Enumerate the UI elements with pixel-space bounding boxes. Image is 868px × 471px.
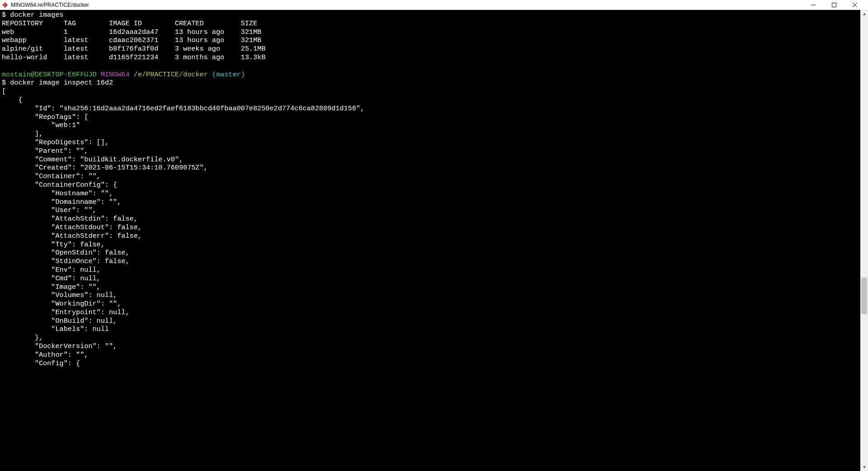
terminal[interactable]: $ docker images REPOSITORYTAGIMAGE IDCRE… [0, 10, 860, 471]
output-line: "Entrypoint": null, [2, 308, 130, 316]
output-line: "Author": "", [2, 351, 88, 359]
output-line: "Parent": "", [2, 147, 88, 155]
svg-marker-9 [863, 13, 865, 15]
output-line: "AttachStderr": false, [2, 232, 142, 240]
svg-point-4 [6, 4, 7, 5]
output-line: "Cmd": null, [2, 274, 101, 283]
prompt-user-host: mostain@DESKTOP-E6FFUJO [2, 71, 97, 79]
output-line: "Config": { [2, 359, 80, 367]
window-title: MINGW64:/e/PRACTICE/docker [11, 2, 89, 8]
git-bash-icon [2, 2, 8, 8]
close-button[interactable] [844, 0, 865, 10]
output-line: "AttachStdout": false, [2, 223, 142, 231]
output-line: "Image": "", [2, 283, 101, 291]
minimize-button[interactable] [803, 0, 824, 10]
output-line: "Hostname": "", [2, 189, 113, 198]
output-line: "web:1" [2, 121, 80, 129]
prompt-branch: (master) [212, 71, 245, 79]
scroll-up-icon[interactable] [860, 10, 868, 18]
table-row: alpine/gitlatestb8f176fa3f0d3 weeks ago2… [2, 45, 265, 53]
prompt-shell: MINGW64 [101, 71, 130, 79]
output-line: "AttachStdin": false, [2, 215, 138, 223]
output-line: "Env": null, [2, 266, 101, 274]
output-line: "Volumes": null, [2, 291, 117, 299]
output-line: "RepoTags": [ [2, 113, 88, 121]
cmd-line: $ docker image inspect 16d2 [2, 79, 113, 87]
output-line: "Tty": false, [2, 240, 105, 249]
svg-point-3 [3, 5, 4, 6]
output-line: "User": "", [2, 206, 97, 214]
table-row: web116d2aaa2da4713 hours ago321MB [2, 28, 261, 36]
svg-marker-10 [863, 466, 865, 468]
maximize-button[interactable] [824, 0, 844, 10]
table-row: webapplatestcdaac206237113 hours ago321M… [2, 36, 261, 44]
scroll-thumb[interactable] [861, 278, 867, 315]
output-line: "WorkingDir": "", [2, 300, 121, 308]
output-line: "Labels": null [2, 325, 109, 333]
output-line: "OnBuild": null, [2, 317, 117, 325]
table-header: REPOSITORYTAGIMAGE IDCREATEDSIZE [2, 19, 257, 28]
svg-marker-2 [5, 2, 8, 7]
terminal-area: $ docker images REPOSITORYTAGIMAGE IDCRE… [0, 10, 868, 471]
output-line: "Created": "2021-06-15T15:34:10.7609075Z… [2, 164, 208, 172]
vertical-scrollbar[interactable] [860, 10, 868, 471]
output-line: "OpenStdin": false, [2, 249, 130, 257]
scroll-down-icon[interactable] [860, 463, 868, 471]
output-line: }, [2, 334, 43, 342]
output-line: [ [2, 87, 6, 95]
output-line: "StdinOnce": false, [2, 257, 130, 265]
titlebar-left: MINGW64:/e/PRACTICE/docker [2, 2, 89, 8]
output-line: "Domainname": "", [2, 198, 121, 206]
output-line: ], [2, 130, 43, 138]
output-line: { [2, 96, 23, 104]
output-line: "ContainerConfig": { [2, 181, 117, 189]
window-controls [803, 0, 865, 10]
prompt-cwd: /e/PRACTICE/docker [134, 71, 208, 79]
output-line: "Container": "", [2, 172, 101, 180]
window-titlebar: MINGW64:/e/PRACTICE/docker [0, 0, 868, 10]
prompt-line: mostain@DESKTOP-E6FFUJO MINGW64 /e/PRACT… [2, 71, 245, 79]
output-line: "Id": "sha256:16d2aaa2da4716ed2faef6183b… [2, 104, 364, 113]
output-line: "RepoDigests": [], [2, 138, 109, 146]
output-line: "DockerVersion": "", [2, 342, 117, 350]
cmd-line: $ docker images [2, 11, 64, 19]
table-row: hello-worldlatestd1165f2212343 months ag… [2, 53, 265, 61]
svg-rect-6 [832, 3, 836, 7]
output-line: "Comment": "buildkit.dockerfile.v0", [2, 155, 183, 164]
